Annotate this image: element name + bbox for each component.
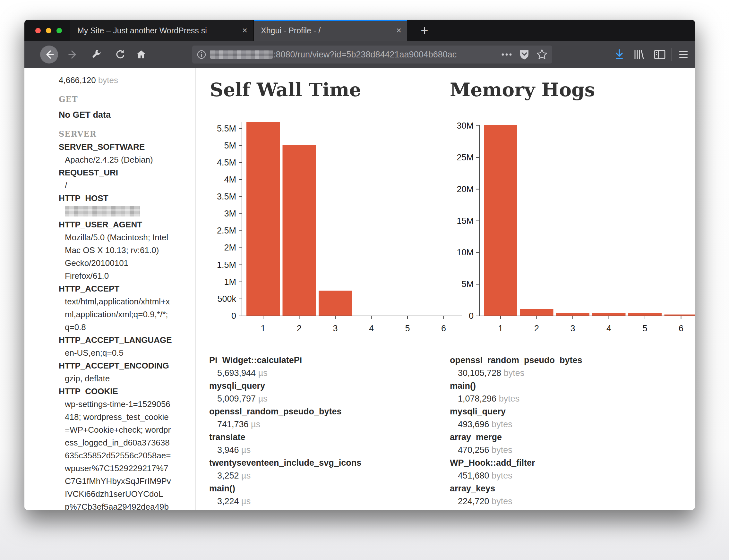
- server-entry-value: gzip, deflate: [65, 372, 171, 385]
- server-entry: HTTP_ACCEPT_LANGUAGEen-US,en;q=0.5: [59, 334, 195, 359]
- downloads-button[interactable]: [610, 41, 629, 68]
- svg-text:500k: 500k: [217, 294, 236, 304]
- peak-memory-value: 4,666,120 bytes: [59, 74, 195, 87]
- toolbar-separator: [671, 48, 672, 61]
- no-get-data-label: No GET data: [59, 108, 195, 121]
- tab-title: My Site – Just another WordPress si: [77, 26, 238, 35]
- page-actions-icon[interactable]: [501, 53, 513, 56]
- server-entry-key: REQUEST_URI: [59, 166, 195, 179]
- get-section-header: GET: [59, 93, 195, 106]
- page-content: 4,666,120 bytes GET No GET data SERVER S…: [24, 68, 695, 510]
- server-entry-key: HTTP_USER_AGENT: [59, 218, 195, 231]
- home-icon: [136, 49, 147, 60]
- tab-title: Xhgui - Profile - /: [261, 26, 393, 35]
- svg-text:2: 2: [297, 324, 301, 333]
- svg-text:20M: 20M: [457, 184, 474, 194]
- svg-text:10M: 10M: [457, 248, 474, 257]
- function-name: WP_Hook::add_filter: [450, 456, 582, 469]
- function-name: mysqli_query: [209, 379, 361, 392]
- developer-tools-button[interactable]: [87, 41, 106, 68]
- memory-hogs-chart: 05M10M15M20M25M30M123456: [430, 106, 695, 340]
- function-name: openssl_random_pseudo_bytes: [209, 405, 361, 418]
- function-name: array_merge: [450, 431, 582, 444]
- svg-text:6: 6: [679, 324, 683, 333]
- server-entry-value: text/html,application/xhtml+xml,applicat…: [65, 295, 171, 334]
- function-value: 5,693,944 µs: [217, 367, 361, 379]
- svg-text:25M: 25M: [457, 153, 474, 162]
- traffic-lights: [35, 20, 62, 41]
- svg-text:5: 5: [405, 324, 410, 333]
- svg-text:2.5M: 2.5M: [217, 226, 236, 235]
- server-entry-value: Apache/2.4.25 (Debian): [65, 153, 171, 166]
- server-entry-key: HTTP_ACCEPT_ENCODING: [59, 359, 195, 372]
- function-value: 3,252 µs: [217, 469, 361, 482]
- server-entry-key: SERVER_SOFTWARE: [59, 140, 195, 153]
- function-name: openssl_random_pseudo_bytes: [450, 354, 582, 367]
- svg-text:5M: 5M: [224, 141, 236, 150]
- server-entry-value: wp-settings-time-1=1529056418; wordpress…: [65, 398, 171, 510]
- function-value: 30,105,728 bytes: [458, 367, 582, 379]
- redacted-host: [210, 50, 273, 59]
- svg-text:4M: 4M: [224, 175, 236, 184]
- url-actions: [501, 49, 548, 60]
- minimize-window-button[interactable]: [46, 28, 51, 33]
- close-window-button[interactable]: [35, 28, 41, 33]
- function-name: twentyseventeen_include_svg_icons: [209, 456, 361, 469]
- tab-strip: My Site – Just another WordPress si × Xh…: [24, 20, 695, 41]
- server-entry: SERVER_SOFTWAREApache/2.4.25 (Debian): [59, 140, 195, 166]
- svg-text:0: 0: [231, 311, 236, 321]
- reload-icon: [114, 49, 125, 60]
- redacted-value: [65, 206, 140, 216]
- menu-button[interactable]: [673, 41, 694, 68]
- home-button[interactable]: [131, 41, 151, 68]
- function-value: 3,946 µs: [217, 444, 361, 456]
- back-button[interactable]: [38, 41, 60, 68]
- server-entry-value: Mozilla/5.0 (Macintosh; Intel Mac OS X 1…: [65, 231, 171, 282]
- tab-my-site[interactable]: My Site – Just another WordPress si ×: [70, 20, 253, 41]
- server-entry-value: en-US,en;q=0.5: [65, 346, 171, 359]
- svg-text:2M: 2M: [224, 243, 236, 252]
- reload-button[interactable]: [110, 41, 130, 68]
- tab-close-icon[interactable]: ×: [396, 26, 402, 35]
- function-value: 470,256 bytes: [458, 444, 582, 456]
- hamburger-menu-icon: [678, 50, 689, 59]
- function-value: 493,696 bytes: [458, 418, 582, 431]
- server-section-header: SERVER: [59, 128, 195, 140]
- svg-text:2: 2: [534, 324, 539, 333]
- forward-icon: [68, 49, 79, 60]
- profile-sidebar: 4,666,120 bytes GET No GET data SERVER S…: [24, 68, 196, 510]
- new-tab-button[interactable]: +: [413, 20, 436, 41]
- server-entries: SERVER_SOFTWAREApache/2.4.25 (Debian)REQ…: [59, 140, 195, 510]
- bookmark-star-icon[interactable]: [536, 49, 548, 60]
- svg-text:3: 3: [333, 324, 337, 333]
- server-entry: REQUEST_URI/: [59, 166, 195, 192]
- svg-text:5: 5: [642, 324, 647, 333]
- function-value: 741,736 µs: [217, 418, 361, 431]
- server-entry: HTTP_COOKIEwp-settings-time-1=1529056418…: [59, 385, 195, 510]
- server-entry-key: HTTP_HOST: [59, 192, 195, 205]
- pocket-shield-icon[interactable]: [519, 49, 530, 60]
- navigation-toolbar: :8080/run/view?id=5b238d84421aa9004b680a…: [24, 41, 695, 68]
- server-entry: HTTP_ACCEPT_ENCODINGgzip, deflate: [59, 359, 195, 385]
- server-entry: HTTP_HOST: [59, 192, 195, 216]
- function-name: mysqli_query: [450, 405, 582, 418]
- svg-text:3M: 3M: [224, 209, 236, 218]
- library-button[interactable]: [629, 41, 648, 68]
- info-icon[interactable]: [197, 50, 206, 59]
- tab-close-icon[interactable]: ×: [242, 26, 247, 35]
- memory-hogs-title: Memory Hogs: [450, 80, 595, 100]
- forward-button[interactable]: [64, 41, 83, 68]
- url-text: :8080/run/view?id=5b238d84421aa9004b680a…: [210, 50, 498, 60]
- sidebar-toggle-button[interactable]: [650, 41, 669, 68]
- download-icon: [614, 48, 625, 61]
- url-bar[interactable]: :8080/run/view?id=5b238d84421aa9004b680a…: [192, 46, 552, 64]
- svg-text:4: 4: [369, 324, 374, 333]
- function-value: 5,009,797 µs: [217, 392, 361, 405]
- zoom-window-button[interactable]: [56, 28, 62, 33]
- function-name: array_keys: [450, 482, 582, 495]
- svg-text:4.5M: 4.5M: [217, 158, 236, 167]
- function-name: Pi_Widget::calculatePi: [209, 354, 361, 367]
- tab-xhgui-profile[interactable]: Xhgui - Profile - / ×: [254, 20, 407, 41]
- svg-text:1M: 1M: [224, 277, 236, 287]
- self-wall-time-title: Self Wall Time: [210, 80, 361, 100]
